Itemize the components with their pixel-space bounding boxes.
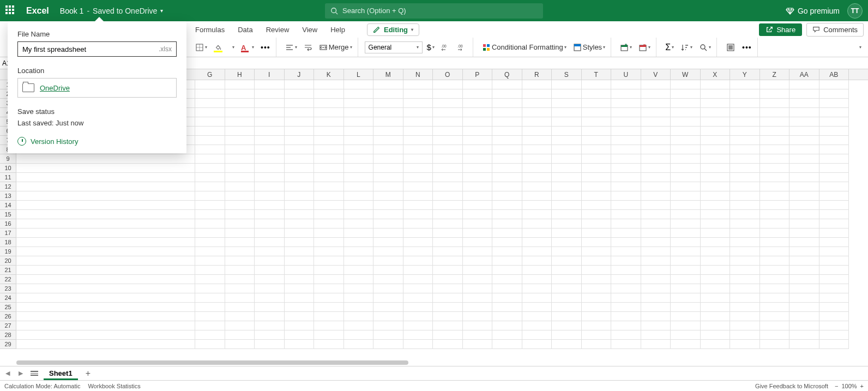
cell[interactable] (314, 89, 344, 99)
cell[interactable] (641, 201, 671, 210)
cell[interactable] (789, 201, 819, 210)
cell[interactable] (671, 284, 701, 293)
cell[interactable] (255, 191, 285, 201)
cell[interactable] (522, 99, 552, 108)
cell[interactable] (195, 89, 225, 99)
cell[interactable] (552, 238, 582, 247)
cell[interactable] (789, 275, 819, 284)
cell[interactable] (373, 164, 403, 173)
cell[interactable] (492, 330, 522, 340)
column-header[interactable]: K (314, 69, 344, 80)
zoom-out-button[interactable]: − (835, 383, 838, 389)
cell[interactable] (641, 191, 671, 201)
cell[interactable] (403, 164, 433, 173)
cell[interactable] (373, 228, 403, 238)
cell[interactable] (314, 164, 344, 173)
cell[interactable] (819, 247, 849, 256)
cell[interactable] (641, 284, 671, 293)
app-launcher-icon[interactable] (5, 5, 16, 16)
cell[interactable] (582, 303, 612, 312)
cell[interactable] (225, 256, 255, 266)
cell[interactable] (344, 117, 374, 127)
cell[interactable] (671, 312, 701, 321)
cell[interactable] (611, 256, 641, 266)
cell[interactable] (403, 312, 433, 321)
cell[interactable] (314, 210, 344, 219)
cell[interactable] (611, 173, 641, 182)
cell[interactable] (582, 173, 612, 182)
cell[interactable] (344, 340, 374, 349)
cell[interactable] (522, 108, 552, 117)
cell[interactable] (522, 145, 552, 154)
column-header[interactable]: M (373, 69, 403, 80)
cell[interactable] (582, 219, 612, 228)
sheet-tab-active[interactable]: Sheet1 (44, 367, 78, 380)
cell[interactable] (701, 182, 731, 191)
cell[interactable] (641, 164, 671, 173)
cell[interactable] (373, 80, 403, 89)
cell[interactable] (285, 136, 315, 145)
cell[interactable] (433, 201, 463, 210)
cell[interactable] (492, 312, 522, 321)
cell[interactable] (730, 293, 760, 303)
cell[interactable] (225, 266, 255, 275)
cell[interactable] (433, 256, 463, 266)
cell[interactable] (373, 108, 403, 117)
cell[interactable] (255, 210, 285, 219)
cell[interactable] (314, 201, 344, 210)
cell[interactable] (314, 99, 344, 108)
cell[interactable] (433, 80, 463, 89)
cell[interactable] (255, 312, 285, 321)
cell[interactable] (552, 321, 582, 330)
row-header[interactable]: 14 (0, 201, 16, 210)
cell[interactable] (730, 303, 760, 312)
cell[interactable] (641, 275, 671, 284)
cell[interactable] (730, 238, 760, 247)
cell[interactable] (344, 238, 374, 247)
cell[interactable] (641, 182, 671, 191)
cell[interactable] (344, 173, 374, 182)
cell[interactable] (344, 312, 374, 321)
cell[interactable] (789, 145, 819, 154)
column-header[interactable]: Q (492, 69, 522, 80)
cell[interactable] (611, 80, 641, 89)
cell[interactable] (373, 266, 403, 275)
cell[interactable] (760, 89, 790, 99)
cell[interactable] (760, 284, 790, 293)
cell[interactable] (701, 266, 731, 275)
cell[interactable] (225, 247, 255, 256)
cell[interactable] (373, 303, 403, 312)
cell[interactable] (492, 247, 522, 256)
cell[interactable] (701, 228, 731, 238)
column-header[interactable]: G (195, 69, 225, 80)
cell[interactable] (492, 154, 522, 164)
row-header[interactable]: 26 (0, 312, 16, 321)
cell[interactable] (403, 182, 433, 191)
cell[interactable] (552, 182, 582, 191)
sort-filter-button[interactable]: ▾ (678, 41, 695, 53)
cell[interactable] (701, 108, 731, 117)
cell[interactable] (492, 127, 522, 136)
cell[interactable] (433, 210, 463, 219)
cell[interactable] (760, 219, 790, 228)
find-button[interactable]: ▾ (697, 41, 713, 53)
cell[interactable] (701, 340, 731, 349)
cell[interactable] (701, 89, 731, 99)
cell[interactable] (344, 275, 374, 284)
cell[interactable] (373, 312, 403, 321)
cell[interactable] (492, 228, 522, 238)
cell[interactable] (373, 99, 403, 108)
cell[interactable] (195, 293, 225, 303)
cell[interactable] (492, 293, 522, 303)
cell[interactable] (195, 284, 225, 293)
cell[interactable] (641, 127, 671, 136)
cell[interactable] (433, 312, 463, 321)
cell[interactable] (314, 340, 344, 349)
cell[interactable] (492, 238, 522, 247)
cell[interactable] (225, 275, 255, 284)
cell[interactable] (522, 275, 552, 284)
cell[interactable] (433, 89, 463, 99)
cell[interactable] (701, 210, 731, 219)
cell[interactable] (403, 210, 433, 219)
cell[interactable] (403, 219, 433, 228)
